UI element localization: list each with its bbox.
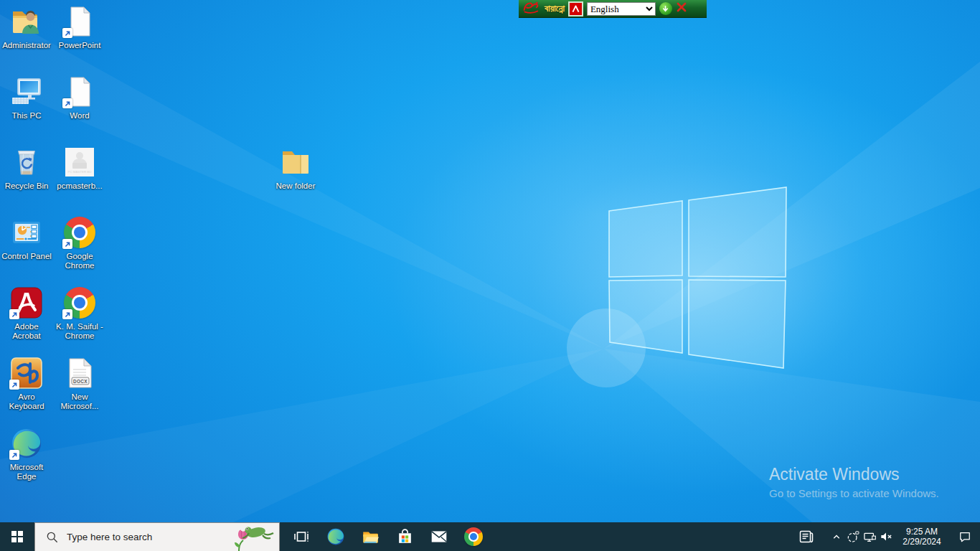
- desktop-icon-word[interactable]: Word: [53, 75, 106, 121]
- acrobat-icon: [9, 286, 44, 320]
- desktop-icon-powerpoint[interactable]: PowerPoint: [53, 4, 106, 50]
- taskbar-app-buttons: [284, 522, 491, 551]
- desktop-icon-label: This PC: [12, 111, 42, 121]
- chrome-icon: [464, 527, 483, 546]
- docx-file-icon: DOCX: [62, 356, 97, 390]
- action-center-icon: [958, 529, 972, 544]
- desktop-icon-google-chrome[interactable]: Google Chrome: [53, 215, 106, 270]
- document-icon: [62, 4, 97, 39]
- avro-keyboard-toolbar: বায়ান্নো English: [519, 0, 707, 18]
- folder-icon: [278, 145, 313, 179]
- desktop-icon-label: Adobe Acrobat: [1, 322, 52, 341]
- file-explorer-icon: [361, 527, 380, 546]
- clock-date: 2/29/2024: [903, 537, 941, 547]
- avro-keyboard-icon: [9, 356, 44, 390]
- svg-text:DOCX: DOCX: [73, 379, 88, 384]
- desktop-icon-label: Google Chrome: [54, 252, 105, 270]
- search-icon: [45, 530, 60, 545]
- task-view-icon: [293, 528, 310, 545]
- shortcut-arrow-icon: [9, 309, 19, 319]
- desktop-icon-label: K. M. Saiful - Chrome: [54, 322, 105, 341]
- ime-language-tray-button[interactable]: [844, 522, 861, 551]
- system-tray: 9:25 AM 2/29/2024: [793, 522, 980, 551]
- taskbar-clock[interactable]: 9:25 AM 2/29/2024: [894, 522, 950, 551]
- activate-windows-watermark: Activate Windows Go to Settings to activ…: [769, 465, 939, 499]
- task-view-button[interactable]: [284, 522, 319, 551]
- clock-time: 9:25 AM: [906, 527, 938, 537]
- desktop-icon-label: New Microsof...: [54, 392, 105, 411]
- mail-button[interactable]: [422, 522, 456, 551]
- chrome-taskbar-button[interactable]: [456, 522, 491, 551]
- shortcut-arrow-icon: [62, 28, 72, 38]
- recycle-bin-icon: [9, 145, 44, 179]
- watermark-title: Activate Windows: [769, 465, 939, 484]
- desktop-icon-label: Control Panel: [1, 252, 52, 261]
- desktop-icon-new-docx[interactable]: DOCX New Microsof...: [53, 356, 106, 411]
- news-and-interests-button[interactable]: [793, 522, 820, 551]
- shortcut-arrow-icon: [9, 380, 19, 390]
- network-icon: [862, 529, 877, 544]
- desktop-icon-pcmaster[interactable]: PC MASTER BD pcmasterb...: [53, 145, 106, 191]
- volume-muted-tray-button[interactable]: [877, 522, 894, 551]
- volume-muted-icon: [879, 529, 893, 544]
- store-icon: [396, 528, 414, 546]
- user-folder-icon: [9, 4, 44, 39]
- svg-text:PC MASTER BD: PC MASTER BD: [68, 170, 92, 174]
- desktop-icon-administrator[interactable]: Administrator: [0, 4, 53, 50]
- edge-icon: [9, 426, 44, 461]
- desktop-icon-label: Microsoft Edge: [1, 463, 52, 481]
- avro-language-select[interactable]: English: [587, 2, 656, 16]
- tray-expand-chevron[interactable]: [829, 522, 844, 551]
- control-panel-icon: [9, 215, 44, 250]
- action-center-button[interactable]: [950, 522, 980, 551]
- watermark-subtitle: Go to Settings to activate Windows.: [769, 487, 939, 499]
- desktop-icon-adobe-acrobat[interactable]: Adobe Acrobat: [0, 286, 53, 341]
- chrome-icon: [62, 215, 97, 250]
- desktop-icon-control-panel[interactable]: Control Panel: [0, 215, 53, 261]
- shortcut-arrow-icon: [62, 98, 72, 108]
- shortcut-arrow-icon: [9, 450, 19, 460]
- image-thumbnail-icon: PC MASTER BD: [62, 145, 97, 179]
- mail-icon: [430, 527, 448, 546]
- desktop-icon-avro-keyboard[interactable]: Avro Keyboard: [0, 356, 53, 411]
- document-icon: [62, 75, 97, 109]
- news-icon: [798, 528, 815, 545]
- desktop-icon-recycle-bin[interactable]: Recycle Bin: [0, 145, 53, 191]
- avro-brand-logo-icon: [522, 0, 541, 18]
- avro-brand-text: বায়ান্নো: [545, 3, 565, 14]
- network-tray-button[interactable]: [861, 522, 877, 551]
- edge-icon: [326, 527, 345, 546]
- desktop-icon-label: Avro Keyboard: [1, 392, 52, 411]
- desktop-icon-label: Administrator: [2, 41, 51, 50]
- desktop-icon-label: Word: [70, 111, 89, 121]
- shortcut-arrow-icon: [62, 239, 72, 249]
- edge-taskbar-button[interactable]: [319, 522, 353, 551]
- desktop-icon-label: New folder: [276, 182, 316, 191]
- search-doodle-frog-tulip-image: [215, 524, 278, 551]
- desktop-icon-saiful-chrome[interactable]: K. M. Saiful - Chrome: [53, 286, 106, 341]
- file-explorer-button[interactable]: [353, 522, 387, 551]
- microsoft-store-button[interactable]: [387, 522, 422, 551]
- start-button[interactable]: [0, 522, 34, 551]
- desktop-icon-label: Recycle Bin: [5, 182, 49, 191]
- computer-icon: [9, 75, 44, 109]
- search-box[interactable]: [34, 522, 280, 551]
- desktop-icon-microsoft-edge[interactable]: Microsoft Edge: [0, 426, 53, 481]
- chevron-up-icon: [830, 530, 843, 543]
- chrome-icon: [62, 286, 97, 320]
- avro-close-button[interactable]: [676, 1, 687, 16]
- avro-app-icon[interactable]: [568, 1, 583, 17]
- desktop-icon-this-pc[interactable]: This PC: [0, 75, 53, 121]
- taskbar: 9:25 AM 2/29/2024: [0, 522, 980, 551]
- avro-dock-down-button[interactable]: [659, 2, 672, 15]
- windows-logo-icon: [11, 531, 24, 543]
- desktop-icon-new-folder[interactable]: New folder: [269, 145, 322, 191]
- desktop-wallpaper: Administrator This PC: [0, 0, 980, 551]
- desktop-icon-label: pcmasterb...: [57, 182, 102, 191]
- ime-language-icon: [846, 529, 860, 544]
- shortcut-arrow-icon: [62, 309, 72, 319]
- desktop-icon-label: PowerPoint: [59, 41, 101, 50]
